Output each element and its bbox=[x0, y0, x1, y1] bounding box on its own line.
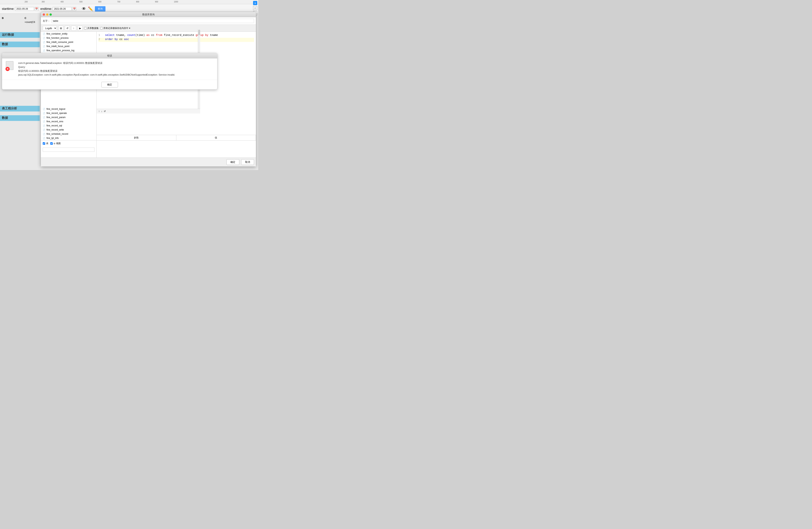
ruler-mark-400: 400 bbox=[60, 0, 64, 3]
table-item[interactable]: 📄 fine_container_entity bbox=[41, 32, 97, 36]
ruler-mark-600: 600 bbox=[98, 0, 102, 3]
table-item[interactable]: 📄 fine_record_sql bbox=[41, 123, 97, 128]
table-search-row bbox=[41, 147, 97, 153]
error-ok-button[interactable]: 确定 bbox=[101, 82, 118, 87]
table-item[interactable]: 📄 fine_record_write bbox=[41, 128, 97, 132]
memory-label: 所有记录都保存在内存中 bbox=[103, 27, 128, 30]
line-number-1: 1 bbox=[99, 34, 103, 36]
memory-checkbox[interactable] bbox=[100, 27, 103, 29]
table-filter-bar: 表 ⊟ 视图 bbox=[41, 140, 97, 147]
name-label: 名字： bbox=[43, 19, 50, 23]
close-dot[interactable] bbox=[43, 13, 45, 16]
col-b-header: B bbox=[2, 17, 4, 19]
maximize-dot[interactable] bbox=[49, 13, 52, 16]
ruler-mark-900: 900 bbox=[155, 0, 158, 3]
params-col-name: 参数 bbox=[97, 135, 176, 141]
params-header: 参数 值 bbox=[97, 135, 256, 141]
editor-bottom-bar: ↑ ↓ ↺ bbox=[97, 109, 200, 114]
table-item[interactable]: 📄 fine_intelli_consume_point bbox=[41, 40, 97, 44]
error-text-content: com.fr.general.data.TableDataException: … bbox=[18, 61, 213, 77]
error-icon-container: ✕ bbox=[6, 61, 15, 71]
line-number-2: 2 bbox=[99, 38, 103, 41]
table-search-input[interactable] bbox=[43, 148, 95, 152]
ruler-mark-700: 700 bbox=[117, 0, 120, 3]
error-line-3: 错误代码:11300001 数据集配置错误 bbox=[18, 69, 213, 73]
window-icon[interactable]: □ bbox=[253, 6, 257, 10]
share-dataset-label: 共享数据集 bbox=[87, 27, 99, 30]
db-selector[interactable]: Logdb bbox=[43, 26, 57, 31]
table-item[interactable]: 📄 fine_operation_process_log bbox=[41, 48, 97, 53]
refresh-results-btn[interactable]: ↺ bbox=[104, 110, 106, 113]
query-button-label: 查询 bbox=[98, 7, 103, 11]
minimize-dot[interactable] bbox=[46, 13, 48, 16]
edit-icon[interactable]: ✏️ bbox=[88, 6, 93, 11]
params-table: 参数 值 bbox=[97, 135, 256, 158]
sql-line-2-content: order by cc asc bbox=[105, 38, 129, 41]
table-checkbox-label[interactable]: 表 bbox=[43, 142, 48, 145]
grid-icon[interactable]: ⊞ bbox=[253, 1, 257, 5]
view-checkbox-label[interactable]: ⊟ 视图 bbox=[50, 142, 61, 145]
section-header-3: 表工程分析 bbox=[0, 106, 40, 112]
sql-scrollbar-thumb bbox=[198, 32, 200, 35]
starttime-group: starttime: 📅 bbox=[2, 7, 39, 11]
error-dialog-body: ✕ com.fr.general.data.TableDataException… bbox=[2, 58, 217, 80]
table-item[interactable]: 📄 fine_intelli_focus_point bbox=[41, 44, 97, 48]
starttime-label: starttime: bbox=[2, 7, 14, 11]
table-item[interactable]: 📄 fine_record_sms bbox=[41, 119, 97, 123]
table-type-checkbox[interactable] bbox=[43, 142, 45, 145]
ok-button[interactable]: 确定 bbox=[227, 159, 239, 165]
table-item[interactable]: 📄 fine_record_param bbox=[41, 115, 97, 119]
col-c-header: C bbox=[25, 17, 26, 19]
view-type-checkbox[interactable] bbox=[50, 142, 53, 145]
ruler-mark-200: 200 bbox=[25, 0, 28, 3]
section-header-4: 数据 bbox=[0, 115, 40, 121]
cancel-button[interactable]: 取消 bbox=[241, 159, 254, 165]
sql-editor: 1 select tname, count(time) as cc from f… bbox=[97, 32, 256, 158]
table-item[interactable]: 📄 fine_record_operate bbox=[41, 111, 97, 115]
table-item[interactable]: 📄 fine_tpl_info bbox=[41, 136, 97, 140]
table-item[interactable]: 📄 fine_function_process bbox=[41, 36, 97, 40]
section-header-1: 运行数据 bbox=[0, 32, 40, 38]
endtime-input[interactable] bbox=[53, 7, 72, 11]
starttime-calendar-icon[interactable]: 📅 bbox=[35, 7, 39, 11]
endtime-group: endtime: 📅 bbox=[41, 7, 76, 11]
error-dialog-title: 错误 bbox=[107, 54, 112, 57]
memory-dropdown[interactable]: ▾ bbox=[129, 27, 130, 29]
params-col-value: 值 bbox=[176, 135, 256, 141]
ruler-mark-300: 300 bbox=[42, 0, 45, 3]
memory-checkbox-item: 所有记录都保存在内存中 ▾ bbox=[100, 27, 130, 30]
name-row: 名字： bbox=[41, 17, 256, 25]
error-dialog-footer: 确定 bbox=[2, 80, 217, 89]
view-icon-inline: ⊟ bbox=[54, 143, 55, 145]
starttime-input[interactable] bbox=[15, 7, 34, 11]
ruler-mark-1000: 1000 bbox=[174, 0, 178, 3]
table-list: 📄 fine_container_entity 📄 fine_function_… bbox=[41, 32, 97, 158]
table-item[interactable]: 📄 fine_schedule_record bbox=[41, 132, 97, 136]
eye-icon[interactable]: 👁 bbox=[82, 6, 86, 11]
view-label: 视图 bbox=[56, 142, 61, 145]
sql-line-1: 1 select tname, count(time) as cc from f… bbox=[99, 34, 254, 38]
table-manager-btn[interactable]: ⊞ bbox=[58, 26, 63, 31]
scroll-up-btn[interactable]: ↑ bbox=[99, 110, 100, 113]
export-btn[interactable]: ↑ bbox=[71, 26, 76, 31]
window-controls bbox=[43, 13, 52, 16]
sql-line-1-content: select tname, count(time) as cc from fin… bbox=[105, 34, 218, 36]
endtime-label: endtime: bbox=[41, 7, 52, 11]
share-dataset-checkbox[interactable] bbox=[84, 27, 87, 29]
db-main-content: 📄 fine_container_entity 📄 fine_function_… bbox=[41, 32, 256, 158]
ruler-mark-500: 500 bbox=[79, 0, 83, 3]
table-item[interactable]: 📄 fine_record_logout bbox=[41, 107, 97, 111]
ruler-mark-800: 800 bbox=[136, 0, 139, 3]
table-label: 表 bbox=[46, 142, 48, 145]
db-toolbar: Logdb ⊞ ↺ ↑ ▶ 共享数据集 所有记录都保存在内存中 ▾ bbox=[41, 25, 256, 32]
scroll-down-btn[interactable]: ↓ bbox=[101, 110, 102, 113]
error-line-2: Query: bbox=[18, 65, 213, 69]
query-button[interactable]: 查询 bbox=[95, 6, 105, 12]
formula-cell: =count(C6 bbox=[25, 21, 35, 24]
refresh-btn[interactable]: ↺ bbox=[65, 26, 70, 31]
endtime-calendar-icon[interactable]: 📅 bbox=[72, 7, 76, 11]
name-input[interactable] bbox=[52, 19, 254, 23]
preview-btn[interactable]: ▶ bbox=[78, 26, 83, 31]
dialog-titlebar: 数据库查询 bbox=[41, 12, 256, 17]
dialog-title: 数据库查询 bbox=[142, 13, 155, 16]
